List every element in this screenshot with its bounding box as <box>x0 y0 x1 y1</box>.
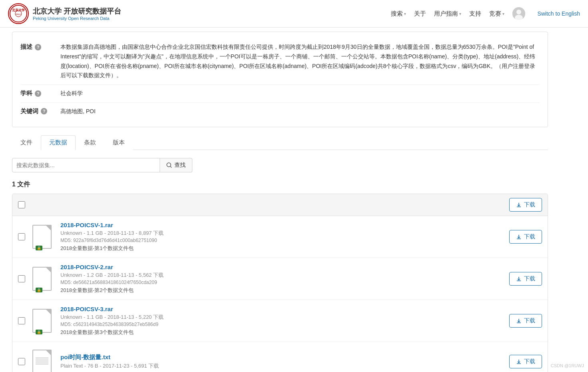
download-icon-header <box>516 202 522 208</box>
file-table: 下载 🔒 2018-POICSV-1.rar Unknown - 1.1 GB … <box>12 194 548 372</box>
file-md5-0: MD5: 922a76f6d3d76d6d41c000ab62751090 <box>60 238 509 243</box>
file-name-3[interactable]: poi时间-数据量.txt <box>60 354 110 360</box>
description-row: 描述 ? 本数据集源自高德地图，由国家信息中心合作企业北京国信宏数科技有限责任公… <box>20 38 540 85</box>
file-info-0: 2018-POICSV-1.rar Unknown - 1.1 GB - 201… <box>60 222 509 252</box>
file-checkbox-2[interactable] <box>18 317 25 324</box>
file-info-2: 2018-POICSV-3.rar Unknown - 1.1 GB - 201… <box>60 306 509 336</box>
lock-badge: 🔒 <box>36 246 42 250</box>
description-help-icon[interactable]: ? <box>35 44 41 50</box>
file-info-3: poi时间-数据量.txt Plain Text - 76 B - 2017-1… <box>60 354 509 370</box>
file-md5-2: MD5: c562314943b252b4638395b27eb586d9 <box>60 322 509 327</box>
select-all-checkbox[interactable] <box>18 201 25 208</box>
file-icon-1: 🔒 <box>32 267 52 291</box>
svg-text:北京大学: 北京大学 <box>12 8 25 12</box>
file-name-2[interactable]: 2018-POICSV-3.rar <box>60 306 113 312</box>
search-button[interactable]: 查找 <box>160 158 192 172</box>
file-table-header: 下载 <box>12 194 548 216</box>
tab-version[interactable]: 版本 <box>104 135 133 150</box>
download-icon-3 <box>516 359 522 364</box>
file-icon-wrap-0: 🔒 <box>30 223 54 251</box>
nav-support[interactable]: 支持 <box>469 10 481 18</box>
file-download-button-0[interactable]: 下载 <box>509 230 542 244</box>
file-download-button-1[interactable]: 下载 <box>509 272 542 286</box>
nav-guide-arrow: ▾ <box>459 12 461 16</box>
file-row: poi时间-数据量.txt Plain Text - 76 B - 2017-1… <box>12 342 548 372</box>
watermark: CSDN @1RUWJ <box>551 363 584 368</box>
files-count: 1 文件 <box>12 180 548 189</box>
file-row: 🔒 2018-POICSV-1.rar Unknown - 1.1 GB - 2… <box>12 216 548 258</box>
keywords-row: 关键词 ? 高德地图, POI <box>20 103 540 120</box>
lock-badge: 🔒 <box>36 288 42 292</box>
download-icon-2 <box>516 318 522 324</box>
description-value: 本数据集源自高德地图，由国家信息中心合作企业北京国信宏数科技有限责任公司提供，时… <box>60 42 540 80</box>
file-checkbox-1[interactable] <box>18 275 25 282</box>
file-row: 🔒 2018-POICSV-2.rar Unknown - 1.2 GB - 2… <box>12 258 548 300</box>
switch-language-button[interactable]: Switch to English <box>537 10 580 17</box>
tab-files[interactable]: 文件 <box>12 135 41 150</box>
logo-cn: 北京大学 开放研究数据平台 <box>33 6 121 16</box>
logo-en: Peking University Open Research Data <box>33 16 121 21</box>
keywords-value: 高德地图, POI <box>60 107 540 116</box>
file-icon-2: 🔒 <box>32 309 52 333</box>
search-bar: 查找 <box>12 158 548 172</box>
file-desc-1: 2018全量数据-第2个数据文件包 <box>60 287 509 294</box>
download-icon-0 <box>516 234 522 240</box>
file-checkbox-0[interactable] <box>18 233 25 240</box>
file-meta-2: Unknown - 1.1 GB - 2018-11-13 - 5,220 下载 <box>60 314 509 321</box>
logo-icon: 北京大学 PKU <box>8 3 29 24</box>
tab-terms[interactable]: 条款 <box>76 135 104 150</box>
nav-search-arrow: ▾ <box>404 12 406 16</box>
nav-about[interactable]: 关于 <box>414 10 426 18</box>
file-name-1[interactable]: 2018-POICSV-2.rar <box>60 264 113 270</box>
file-meta-3: Plain Text - 76 B - 2017-11-23 - 5,691 下… <box>60 362 509 370</box>
file-checkbox-3[interactable] <box>18 358 25 365</box>
avatar[interactable] <box>512 7 525 20</box>
main-content: 描述 ? 本数据集源自高德地图，由国家信息中心合作企业北京国信宏数科技有限责任公… <box>0 28 560 372</box>
subject-label: 学科 ? <box>20 89 60 97</box>
svg-line-8 <box>170 166 172 168</box>
logo-area: 北京大学 PKU 北京大学 开放研究数据平台 Peking University… <box>8 3 121 24</box>
svg-text:PKU: PKU <box>16 13 21 16</box>
tabs-container: 文件 元数据 条款 版本 <box>12 135 548 150</box>
tab-metadata[interactable]: 元数据 <box>41 135 76 150</box>
search-input[interactable] <box>12 158 160 172</box>
file-icon-3 <box>32 350 52 372</box>
keywords-label: 关键词 ? <box>20 107 60 115</box>
keywords-help-icon[interactable]: ? <box>41 108 47 114</box>
file-md5-1: MD5: de56621a5688341861024f7650cda209 <box>60 280 509 285</box>
file-info-1: 2018-POICSV-2.rar Unknown - 1.2 GB - 201… <box>60 264 509 294</box>
file-meta-1: Unknown - 1.2 GB - 2018-11-13 - 5,562 下载 <box>60 272 509 279</box>
subject-value: 社会科学 <box>60 89 540 98</box>
header: 北京大学 PKU 北京大学 开放研究数据平台 Peking University… <box>0 0 588 28</box>
file-meta-0: Unknown - 1.1 GB - 2018-11-13 - 8,897 下载 <box>60 230 509 237</box>
search-icon <box>166 162 172 168</box>
file-desc-2: 2018全量数据-第3个数据文件包 <box>60 329 509 336</box>
file-name-0[interactable]: 2018-POICSV-1.rar <box>60 222 113 228</box>
file-download-button-3[interactable]: 下载 <box>509 355 542 368</box>
subject-help-icon[interactable]: ? <box>35 90 41 97</box>
svg-point-7 <box>167 163 171 167</box>
logo-text: 北京大学 开放研究数据平台 Peking University Open Res… <box>33 6 121 21</box>
file-icon-wrap-2: 🔒 <box>30 307 54 335</box>
nav-competition-arrow: ▾ <box>502 12 504 16</box>
file-icon-wrap-1: 🔒 <box>30 265 54 293</box>
nav-user-guide[interactable]: 用户指南 ▾ <box>434 10 461 18</box>
description-label: 描述 ? <box>20 42 60 51</box>
file-desc-0: 2018全量数据-第1个数据文件包 <box>60 245 509 252</box>
nav-search[interactable]: 搜索 ▾ <box>391 10 406 18</box>
file-icon-wrap-3 <box>30 348 54 372</box>
file-row: 🔒 2018-POICSV-3.rar Unknown - 1.1 GB - 2… <box>12 300 548 342</box>
nav-competition[interactable]: 竞赛 ▾ <box>489 10 504 18</box>
header-download-button[interactable]: 下载 <box>509 198 542 212</box>
lock-badge: 🔒 <box>36 330 42 334</box>
header-nav: 搜索 ▾ 关于 用户指南 ▾ 支持 竞赛 ▾ Switch to English <box>391 7 580 20</box>
file-icon-0: 🔒 <box>32 225 52 249</box>
file-download-button-2[interactable]: 下载 <box>509 314 542 328</box>
download-icon-1 <box>516 276 522 282</box>
file-rows-container: 🔒 2018-POICSV-1.rar Unknown - 1.1 GB - 2… <box>12 216 548 372</box>
subject-row: 学科 ? 社会科学 <box>20 85 540 103</box>
svg-point-5 <box>516 10 521 14</box>
info-section: 描述 ? 本数据集源自高德地图，由国家信息中心合作企业北京国信宏数科技有限责任公… <box>12 32 548 127</box>
